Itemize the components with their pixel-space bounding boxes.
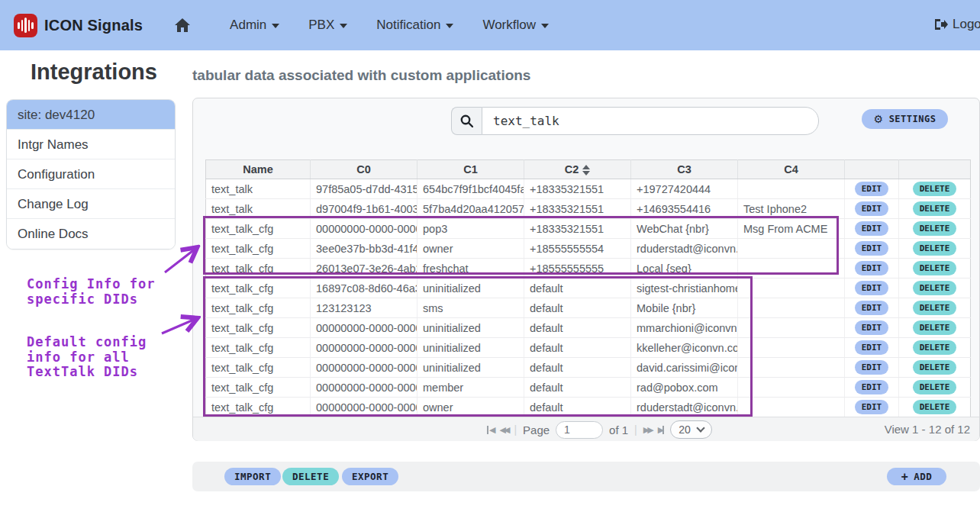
view-range-label: View 1 - 12 of 12	[885, 423, 970, 436]
column-header-c4[interactable]: C4	[738, 160, 845, 179]
row-delete-button[interactable]: DELETE	[913, 360, 957, 375]
cell-c1: 654bc7f9f1bcf4045fa6	[417, 179, 524, 199]
row-delete-button[interactable]: DELETE	[913, 221, 957, 236]
sidebar: site: dev4120 Intgr Names Configuration …	[6, 99, 176, 250]
row-edit-button[interactable]: EDIT	[855, 301, 889, 315]
cell-edit: EDIT	[845, 338, 899, 358]
cell-c2: default	[524, 358, 631, 378]
chevron-down-icon	[340, 24, 347, 28]
row-delete-button[interactable]: DELETE	[913, 340, 957, 355]
cell-c3: kkelleher@iconvn.com	[631, 338, 738, 358]
sidebar-item-intgr-names[interactable]: Intgr Names	[7, 130, 175, 159]
table-row: text_talk_cfg00000000-0000-0000-uninitia…	[206, 338, 971, 358]
nav-workflow[interactable]: Workflow	[482, 18, 549, 33]
chevron-down-icon	[272, 24, 279, 28]
row-edit-button[interactable]: EDIT	[855, 340, 889, 355]
import-button[interactable]: IMPORT	[224, 468, 281, 485]
prev-page-button[interactable]: ◀◀	[499, 425, 508, 435]
row-edit-button[interactable]: EDIT	[855, 201, 889, 216]
cell-c1: owner	[417, 239, 524, 259]
sidebar-item-change-log[interactable]: Change Log	[7, 189, 175, 219]
row-delete-button[interactable]: DELETE	[913, 281, 957, 295]
cell-name: text_talk_cfg	[206, 219, 311, 239]
row-delete-button[interactable]: DELETE	[913, 400, 957, 414]
cell-name: text_talk_cfg	[206, 239, 311, 259]
cell-edit: EDIT	[845, 239, 899, 259]
cell-c4	[738, 398, 845, 417]
cell-c4	[738, 259, 845, 279]
row-edit-button[interactable]: EDIT	[855, 281, 889, 295]
cell-delete: DELETE	[899, 279, 971, 298]
brand-name: ICON Signals	[44, 17, 143, 34]
column-header-c1[interactable]: C1	[417, 160, 524, 179]
export-button[interactable]: EXPORT	[342, 468, 398, 485]
row-edit-button[interactable]: EDIT	[855, 400, 889, 414]
nav-admin[interactable]: Admin	[230, 18, 279, 33]
cell-name: text_talk	[206, 179, 311, 199]
last-page-button[interactable]: ▶	[658, 425, 664, 435]
row-delete-button[interactable]: DELETE	[913, 380, 957, 394]
column-header-c3[interactable]: C3	[631, 160, 738, 179]
cell-c1: sms	[417, 298, 524, 318]
cell-c2: default	[524, 378, 631, 398]
row-delete-button[interactable]: DELETE	[913, 320, 957, 335]
cell-c3: rduderstadt@iconvn.co	[631, 398, 738, 417]
add-button[interactable]: + ADD	[887, 468, 946, 485]
delete-button[interactable]: DELETE	[282, 468, 339, 485]
cell-c4	[738, 358, 845, 378]
footer-action-bar: IMPORT DELETE EXPORT + ADD	[192, 462, 980, 491]
cell-c4	[738, 318, 845, 338]
column-header-c2[interactable]: C2	[524, 160, 631, 179]
row-edit-button[interactable]: EDIT	[855, 320, 889, 335]
brand-logo-icon	[14, 14, 37, 37]
row-delete-button[interactable]: DELETE	[913, 301, 957, 315]
row-delete-button[interactable]: DELETE	[913, 182, 957, 196]
page-number-input[interactable]	[556, 421, 603, 439]
logout-button[interactable]: Logout	[934, 17, 980, 32]
table-row: text_talk_cfg00000000-0000-0000-uninitia…	[206, 318, 971, 338]
cell-delete: DELETE	[899, 199, 971, 219]
sidebar-item-online-docs[interactable]: Online Docs	[7, 219, 175, 249]
cell-c3: mmarchioni@iconvn.co	[631, 318, 738, 338]
search-input[interactable]	[482, 107, 819, 135]
cell-edit: EDIT	[845, 259, 899, 279]
row-edit-button[interactable]: EDIT	[855, 360, 889, 375]
cell-c2: default	[524, 279, 631, 298]
nav-pbx[interactable]: PBX	[308, 18, 347, 33]
column-header-delete	[899, 160, 971, 179]
column-header-c0[interactable]: C0	[311, 160, 417, 179]
cell-delete: DELETE	[899, 239, 971, 259]
sidebar-item-configuration[interactable]: Configuration	[7, 159, 175, 189]
cell-edit: EDIT	[845, 358, 899, 378]
cell-c4	[738, 179, 845, 199]
home-button[interactable]	[175, 18, 190, 32]
row-delete-button[interactable]: DELETE	[913, 201, 957, 216]
settings-button[interactable]: ⚙ SETTINGS	[862, 109, 948, 129]
cell-name: text_talk_cfg	[206, 279, 311, 298]
column-header-name[interactable]: Name	[206, 160, 311, 179]
row-edit-button[interactable]: EDIT	[855, 182, 889, 196]
row-delete-button[interactable]: DELETE	[913, 261, 957, 275]
sidebar-item-site[interactable]: site: dev4120	[7, 100, 175, 130]
cell-c4: Msg From ACME	[738, 219, 845, 239]
cell-edit: EDIT	[845, 398, 899, 417]
row-edit-button[interactable]: EDIT	[855, 241, 889, 256]
top-navbar: ICON Signals Admin PBX Notification Work…	[0, 0, 980, 50]
cell-c3: WebChat {nbr}	[631, 219, 738, 239]
row-delete-button[interactable]: DELETE	[913, 241, 957, 256]
cell-c1: member	[417, 378, 524, 398]
cell-name: text_talk_cfg	[206, 358, 311, 378]
row-edit-button[interactable]: EDIT	[855, 221, 889, 236]
first-page-button[interactable]: ◀	[487, 425, 493, 435]
cell-c4	[738, 298, 845, 318]
cell-c0: 00000000-0000-0000-	[311, 358, 417, 378]
cell-delete: DELETE	[899, 358, 971, 378]
gear-icon: ⚙	[874, 113, 884, 125]
cell-c0: 00000000-0000-0000-	[311, 318, 417, 338]
nav-notification[interactable]: Notification	[376, 18, 453, 33]
page-size-select[interactable]: 20	[670, 420, 712, 439]
cell-c1: freshchat	[417, 259, 524, 279]
row-edit-button[interactable]: EDIT	[855, 380, 889, 394]
row-edit-button[interactable]: EDIT	[855, 261, 889, 275]
next-page-button[interactable]: ▶▶	[643, 425, 652, 435]
